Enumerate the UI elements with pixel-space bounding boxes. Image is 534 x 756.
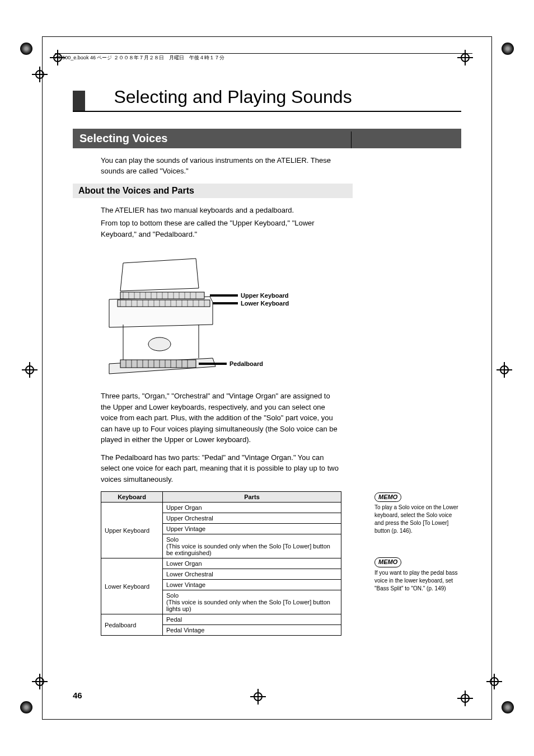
upper-keyboard-label: Upper Keyboard xyxy=(241,292,289,299)
subsection-heading: About the Voices and Parts xyxy=(73,184,353,198)
td-upper-kb: Upper Keyboard xyxy=(101,503,163,558)
heading-rule xyxy=(73,111,461,112)
lower-keyboard-label: Lower Keyboard xyxy=(241,300,289,307)
chapter-block xyxy=(73,91,85,111)
body-text-1: The ATELIER has two manual keyboards and… xyxy=(101,205,341,216)
sidebar-memos: MEMO To play a Solo voice on the Lower k… xyxy=(374,492,461,615)
td-part: Lower Orchestral xyxy=(163,569,341,580)
td-part: Pedal xyxy=(163,614,341,625)
td-part: Upper Vintage xyxy=(163,524,341,534)
doc-header: AT-500_e.book 46 ページ ２００８年７月２８日 月曜日 午後４時… xyxy=(55,53,472,62)
td-part: Solo (This voice is sounded only when th… xyxy=(163,534,341,558)
memo-1-text: To play a Solo voice on the Lower keyboa… xyxy=(374,504,461,535)
memo-2: MEMO If you want to play the pedal bass … xyxy=(374,557,461,592)
memo-2-text: If you want to play the pedal bass voice… xyxy=(374,569,461,593)
td-part: Upper Orchestral xyxy=(163,513,341,524)
chapter-heading: Selecting and Playing Sounds xyxy=(73,87,461,111)
td-lower-kb: Lower Keyboard xyxy=(101,558,163,614)
td-part: Pedal Vintage xyxy=(163,625,341,636)
memo-1: MEMO To play a Solo voice on the Lower k… xyxy=(374,492,461,535)
td-pedalboard: Pedalboard xyxy=(101,614,163,636)
section-heading: Selecting Voices xyxy=(73,129,461,148)
page-number: 46 xyxy=(73,691,82,700)
column-divider xyxy=(351,132,352,148)
body-text-4: The Pedalboard has two parts: "Pedal" an… xyxy=(101,452,341,485)
pedalboard-label: Pedalboard xyxy=(229,360,263,367)
body-text-2: From top to bottom these are called the … xyxy=(101,218,341,240)
td-part: Solo (This voice is sounded only when th… xyxy=(163,590,341,614)
td-part: Upper Organ xyxy=(163,503,341,513)
th-parts: Parts xyxy=(163,492,341,503)
chapter-title: Selecting and Playing Sounds xyxy=(114,87,352,107)
parts-table: Keyboard Parts Upper Keyboard Upper Orga… xyxy=(101,491,341,636)
keyboard-diagram: Upper Keyboard Lower Keyboard Pedalboard xyxy=(101,246,308,381)
memo-icon: MEMO xyxy=(374,557,401,567)
td-part: Lower Vintage xyxy=(163,580,341,590)
body-text-3: Three parts, "Organ," "Orchestral" and "… xyxy=(101,391,341,445)
td-part: Lower Organ xyxy=(163,558,341,569)
svg-point-47 xyxy=(148,337,171,351)
header-text: AT-500_e.book 46 ページ ２００８年７月２８日 月曜日 午後４時… xyxy=(55,55,224,60)
intro-text: You can play the sounds of various instr… xyxy=(101,155,341,177)
memo-icon: MEMO xyxy=(374,492,401,502)
th-keyboard: Keyboard xyxy=(101,492,163,503)
